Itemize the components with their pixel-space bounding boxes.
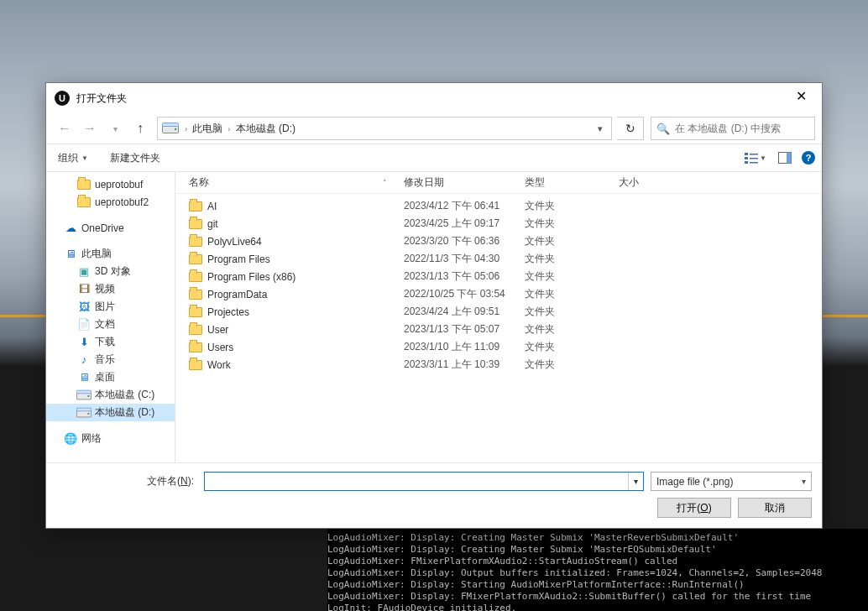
column-header-size[interactable]: 大小: [615, 175, 682, 190]
file-name: AI: [207, 201, 217, 212]
file-type: 文件夹: [521, 252, 615, 266]
open-button[interactable]: 打开(O): [657, 498, 731, 518]
view-mode-button[interactable]: ▼: [743, 150, 768, 165]
file-type: 文件夹: [521, 199, 615, 213]
folder-icon: [76, 196, 92, 209]
file-date: 2023/4/25 上午 09:17: [400, 217, 521, 231]
file-type: 文件夹: [521, 287, 615, 301]
file-date: 2023/4/24 上午 09:51: [400, 305, 521, 319]
file-row[interactable]: Program Files (x86)2023/1/13 下午 05:06文件夹: [175, 268, 822, 285]
navigation-tree[interactable]: ueprotobufueprotobuf2☁OneDrive🖥此电脑▣3D 对象…: [46, 172, 175, 462]
preview-pane-button[interactable]: [776, 150, 793, 165]
breadcrumb-this-pc[interactable]: 此电脑: [189, 122, 226, 136]
tree-item[interactable]: 🌐网络: [46, 430, 175, 447]
column-headers: 名称˄ 修改日期 类型 大小: [175, 172, 822, 194]
tree-item[interactable]: ▣3D 对象: [46, 263, 175, 280]
pic-icon: 🖼: [76, 300, 92, 314]
svg-point-16: [87, 412, 89, 414]
doc-icon: 📄: [76, 318, 92, 332]
svg-rect-7: [750, 158, 758, 159]
address-bar[interactable]: › 此电脑 › 本地磁盘 (D:) ▾: [157, 117, 612, 140]
filename-combo[interactable]: ▾: [204, 472, 644, 491]
drive-icon: [76, 389, 92, 402]
new-folder-button[interactable]: 新建文件夹: [105, 148, 165, 169]
tree-item-label: 下载: [95, 335, 115, 349]
tree-item[interactable]: ueprotobuf2: [46, 193, 175, 211]
chevron-down-icon: ▾: [802, 477, 806, 486]
help-button[interactable]: ?: [802, 151, 815, 164]
search-box[interactable]: 🔍: [651, 117, 815, 140]
tree-item[interactable]: 🖥此电脑: [46, 245, 175, 263]
file-name: ProgramData: [207, 289, 267, 300]
breadcrumb-drive-d[interactable]: 本地磁盘 (D:): [233, 122, 299, 136]
file-date: 2023/1/10 上午 11:09: [400, 340, 521, 354]
file-list[interactable]: AI2023/4/12 下午 06:41文件夹git2023/4/25 上午 0…: [175, 194, 822, 462]
file-row[interactable]: User2023/1/13 下午 05:07文件夹: [175, 321, 822, 338]
down-icon: ⬇: [76, 336, 92, 349]
file-row[interactable]: Projectes2023/4/24 上午 09:51文件夹: [175, 303, 822, 321]
output-log-console: LogAudioMixer: Display: Creating Master …: [327, 529, 868, 611]
folder-icon: [189, 219, 202, 229]
up-button[interactable]: ↑: [128, 117, 152, 140]
search-icon: 🔍: [656, 123, 670, 135]
drive-icon: [161, 121, 180, 136]
file-row[interactable]: Users2023/1/10 上午 11:09文件夹: [175, 338, 822, 356]
file-type: 文件夹: [521, 217, 615, 231]
file-row[interactable]: PolyvLive642023/3/20 下午 06:36文件夹: [175, 232, 822, 250]
file-date: 2023/1/13 下午 05:07: [400, 322, 521, 337]
drive-icon: [76, 406, 92, 420]
column-header-name[interactable]: 名称˄: [186, 175, 400, 190]
tree-item[interactable]: ⬇下载: [46, 333, 175, 351]
file-row[interactable]: git2023/4/25 上午 09:17文件夹: [175, 215, 822, 232]
file-date: 2023/1/13 下午 05:06: [400, 269, 521, 284]
tree-item-label: ueprotobuf: [95, 179, 143, 191]
tree-item[interactable]: 🖼图片: [46, 298, 175, 316]
tree-item[interactable]: 🖥桌面: [46, 368, 175, 386]
file-type: 文件夹: [521, 340, 615, 354]
column-header-date[interactable]: 修改日期: [400, 175, 521, 190]
tree-item[interactable]: ♪音乐: [46, 351, 175, 368]
file-type-filter[interactable]: Image file (*.png) ▾: [651, 472, 812, 491]
tree-item[interactable]: 本地磁盘 (C:): [46, 386, 175, 404]
tree-item-label: OneDrive: [81, 222, 124, 234]
file-row[interactable]: ProgramData2022/10/25 下午 03:54文件夹: [175, 285, 822, 303]
chevron-right-icon: ›: [183, 124, 189, 133]
tree-item[interactable]: 📄文档: [46, 316, 175, 333]
tree-item-label: 桌面: [95, 370, 115, 384]
recent-locations-button[interactable]: ▾: [103, 117, 127, 140]
refresh-button[interactable]: ↻: [617, 117, 644, 140]
search-input[interactable]: [675, 123, 809, 134]
file-name: Program Files: [207, 253, 270, 265]
tree-item[interactable]: ☁OneDrive: [46, 219, 175, 237]
svg-rect-10: [787, 153, 792, 164]
file-row[interactable]: Program Files2022/11/3 下午 04:30文件夹: [175, 250, 822, 268]
file-row[interactable]: AI2023/4/12 下午 06:41文件夹: [175, 197, 822, 215]
cancel-button[interactable]: 取消: [738, 498, 812, 518]
svg-rect-15: [76, 408, 91, 411]
address-history-chevron[interactable]: ▾: [593, 123, 608, 134]
back-button[interactable]: ←: [53, 117, 76, 140]
tree-item-label: 视频: [95, 282, 115, 296]
folder-icon: [189, 201, 202, 212]
tree-item[interactable]: ueprotobuf: [46, 175, 175, 193]
filename-input[interactable]: [205, 476, 628, 488]
tree-item-label: ueprotobuf2: [95, 196, 149, 208]
organize-menu[interactable]: 组织▼: [53, 148, 93, 169]
file-list-pane: 名称˄ 修改日期 类型 大小 AI2023/4/12 下午 06:41文件夹gi…: [175, 172, 822, 462]
file-row[interactable]: Work2023/3/11 上午 10:39文件夹: [175, 356, 822, 373]
tree-item-label: 音乐: [95, 352, 115, 367]
chevron-down-icon: ▼: [81, 154, 88, 162]
tree-item[interactable]: 🎞视频: [46, 280, 175, 298]
svg-rect-5: [745, 161, 748, 164]
tree-item-label: 3D 对象: [95, 264, 131, 279]
folder-icon: [189, 290, 202, 300]
column-header-type[interactable]: 类型: [521, 175, 615, 190]
filename-history-chevron[interactable]: ▾: [628, 473, 643, 490]
file-name: PolyvLive64: [207, 236, 262, 248]
app-icon: U: [55, 91, 70, 106]
file-date: 2022/10/25 下午 03:54: [400, 287, 521, 301]
tree-item[interactable]: 本地磁盘 (D:): [46, 404, 175, 421]
file-date: 2022/11/3 下午 04:30: [400, 252, 521, 266]
close-button[interactable]: ✕: [782, 83, 820, 108]
music-icon: ♪: [76, 353, 92, 367]
